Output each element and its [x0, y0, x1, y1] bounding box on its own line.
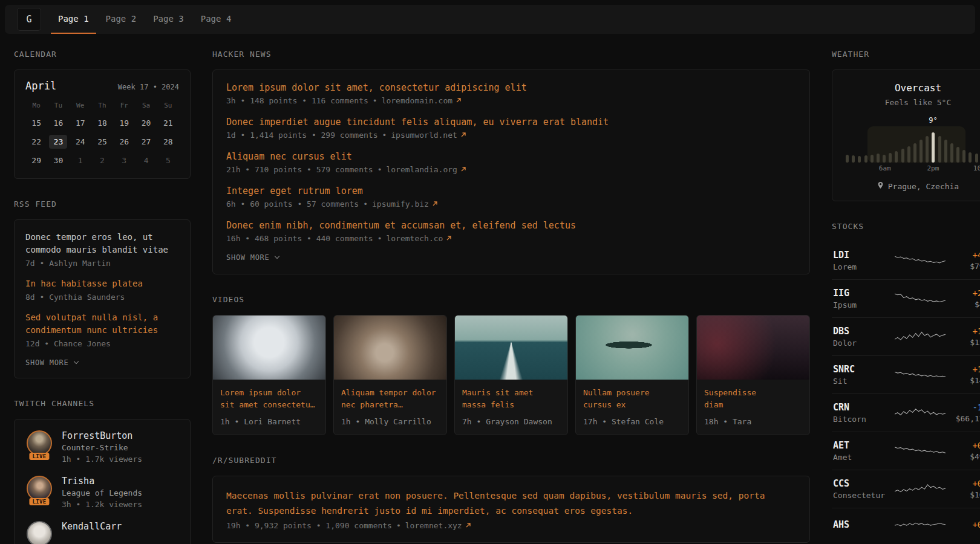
hn-item-title[interactable]: Lorem ipsum dolor sit amet, consectetur …: [226, 82, 796, 93]
avatar: [27, 476, 52, 501]
twitch-channel-name[interactable]: Trisha: [62, 476, 142, 487]
weather-bar: [938, 136, 941, 163]
left-column: CALENDAR April Week 17 • 2024 MoTuWeThFr…: [14, 50, 191, 544]
calendar-day-header: Mo: [25, 102, 47, 111]
hn-item-stats: 16h • 468 points • 440 comments: [226, 234, 373, 243]
calendar-day: 19: [115, 116, 133, 130]
weather-bar: [871, 155, 874, 163]
twitch-channel-info: KendallCarr: [62, 521, 122, 532]
calendar-day: 23: [49, 135, 67, 149]
calendar-day: 25: [93, 135, 111, 149]
hn-item-domain[interactable]: loremtech.co: [386, 234, 452, 243]
video-title[interactable]: Aliquam tempor dolor nec pharetra…: [341, 387, 439, 411]
app-logo[interactable]: G: [17, 8, 41, 31]
calendar-day-header: Fr: [113, 102, 135, 111]
stock-values: +4.35%$795.18: [949, 250, 980, 271]
twitch-avatar-link[interactable]: LIVE: [25, 476, 53, 501]
stock-row[interactable]: CRNBitcorn-1.00%$66,171.48: [832, 393, 980, 432]
external-link-icon: [465, 521, 471, 530]
calendar-day: 15: [27, 116, 45, 130]
video-card[interactable]: Aliquam tempor dolor nec pharetra…1h • M…: [333, 315, 447, 435]
tab-page-1[interactable]: Page 1: [51, 5, 96, 34]
weather-location-text: Prague, Czechia: [888, 182, 959, 191]
twitch-channel-name[interactable]: KendallCarr: [62, 521, 122, 532]
rss-item-title[interactable]: Sed volutpat nulla nisl, a condimentum n…: [25, 311, 179, 337]
stock-ticker: SNRC: [833, 364, 891, 375]
video-meta: 1h • Molly Carrillo: [341, 417, 439, 426]
rss-show-more-button[interactable]: SHOW MORE: [25, 358, 179, 367]
video-title[interactable]: Mauris sit amet massa felis: [462, 387, 560, 411]
tab-page-3[interactable]: Page 3: [146, 5, 191, 34]
widget-title-videos: VIDEOS: [212, 295, 810, 304]
stock-price: $148.64: [949, 376, 980, 385]
weather-temp-label: 9°: [929, 116, 937, 125]
stock-sparkline: [891, 290, 949, 308]
chevron-down-icon: [73, 359, 78, 364]
tab-page-4[interactable]: Page 4: [194, 5, 239, 34]
hn-item-title[interactable]: Donec imperdiet augue tincidunt felis al…: [226, 117, 796, 128]
calendar-day: 21: [159, 116, 177, 130]
stock-row[interactable]: CCSConsectetur+0.51%$165.84: [832, 470, 980, 508]
twitch-avatar-link[interactable]: LIVE: [25, 430, 53, 456]
subreddit-post-title[interactable]: Maecenas mollis pulvinar erat non posuer…: [226, 488, 796, 518]
weather-bar: [913, 143, 916, 163]
stock-row[interactable]: SNRCSit+1.36%$148.64: [832, 355, 980, 393]
video-title[interactable]: Lorem ipsum dolor sit amet consectetu…: [220, 387, 318, 411]
twitch-channel: KendallCarr: [25, 521, 179, 544]
hn-item-domain[interactable]: loremlandia.org: [386, 165, 466, 174]
stock-row[interactable]: DBSDolor+1.42%$156.28: [832, 317, 980, 355]
nav-tabs: Page 1Page 2Page 3Page 4: [51, 5, 238, 34]
stock-row[interactable]: AHS+0.46%: [832, 508, 980, 542]
calendar-day: 28: [159, 135, 177, 149]
video-title[interactable]: Nullam posuere cursus ex: [583, 387, 681, 411]
stock-price: $165.84: [949, 490, 980, 499]
stock-ticker: CRN: [833, 402, 891, 413]
widget-title-twitch: TWITCH CHANNELS: [14, 399, 191, 408]
hn-item-title[interactable]: Integer eget rutrum lorem: [226, 186, 796, 196]
widget-title-subreddit: /R/SUBREDDIT: [212, 456, 810, 465]
twitch-channel-name[interactable]: ForrestBurton: [62, 430, 142, 441]
hn-item-stats: 6h • 60 points • 57 comments: [226, 199, 359, 209]
rss-item: Donec tempor eros leo, ut commodo mauris…: [25, 231, 179, 268]
subreddit-post-domain[interactable]: loremnet.xyz: [405, 521, 471, 530]
hn-item-title[interactable]: Donec enim nibh, condimentum et accumsan…: [226, 220, 796, 231]
weather-bar: [962, 150, 965, 163]
stock-row[interactable]: AETAmet+0.92%$499.72: [832, 432, 980, 470]
tab-page-2[interactable]: Page 2: [99, 5, 144, 34]
video-card[interactable]: Nullam posuere cursus ex17h • Stefan Col…: [575, 315, 689, 435]
stock-name: Ipsum: [833, 300, 891, 309]
rss-show-more-label: SHOW MORE: [25, 358, 69, 367]
video-meta: 18h • Tara: [704, 417, 802, 426]
calendar-card: April Week 17 • 2024 MoTuWeThFrSaSu15161…: [14, 70, 191, 179]
hn-show-more-button[interactable]: SHOW MORE: [226, 253, 796, 262]
rss-item-title[interactable]: Donec tempor eros leo, ut commodo mauris…: [25, 231, 179, 256]
stock-name: Amet: [833, 453, 891, 462]
stock-values: +2.84%$42.04: [949, 288, 980, 309]
hn-item-domain[interactable]: ipsumworld.net: [391, 131, 466, 140]
rss-item-title[interactable]: In hac habitasse platea: [25, 277, 179, 290]
live-badge: LIVE: [29, 453, 49, 460]
weather-bar: [889, 153, 892, 163]
stock-row[interactable]: IIGIpsum+2.84%$42.04: [832, 279, 980, 317]
hn-item-domain[interactable]: loremdomain.com: [382, 96, 462, 105]
hn-item: Aliquam nec cursus elit21h • 710 points …: [226, 151, 796, 174]
hn-item-title[interactable]: Aliquam nec cursus elit: [226, 151, 796, 162]
stock-values: +0.92%$499.72: [949, 441, 980, 461]
weather-bar: [901, 149, 904, 163]
video-thumbnail: [213, 316, 325, 380]
subreddit-post-meta: 19h • 9,932 points • 1,090 comments • lo…: [226, 521, 796, 530]
hn-item: Donec imperdiet augue tincidunt felis al…: [226, 117, 796, 140]
weather-bar: [920, 140, 923, 163]
video-card[interactable]: Mauris sit amet massa felis7h • Grayson …: [454, 315, 568, 435]
twitch-avatar-link[interactable]: [25, 521, 53, 544]
stock-price: $42.04: [949, 300, 980, 309]
video-title[interactable]: Suspendisse diam: [704, 387, 802, 411]
stock-change: +0.92%: [949, 441, 980, 450]
hn-item-meta: 21h • 710 points • 579 comments•loremlan…: [226, 165, 796, 174]
stock-row[interactable]: LDILorem+4.35%$795.18: [832, 242, 980, 279]
video-card[interactable]: Suspendisse diam18h • Tara: [696, 315, 810, 435]
calendar-week-info: Week 17 • 2024: [118, 83, 179, 91]
hn-item-domain[interactable]: ipsumify.biz: [372, 199, 438, 209]
video-card[interactable]: Lorem ipsum dolor sit amet consectetu…1h…: [212, 315, 326, 435]
external-link-icon: [432, 199, 438, 209]
